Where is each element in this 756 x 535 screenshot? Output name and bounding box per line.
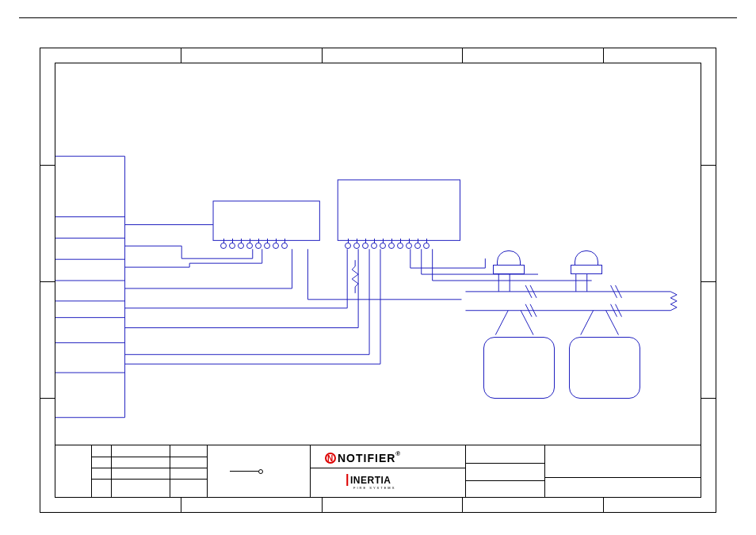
drawing-outer-frame: NNOTIFIER® |INERTIA FIRE SYSTEMS bbox=[40, 48, 716, 513]
title-block-margin bbox=[55, 445, 92, 497]
terminal bbox=[353, 243, 360, 249]
company-logo-cell: NNOTIFIER® |INERTIA FIRE SYSTEMS bbox=[311, 445, 466, 497]
terminal bbox=[345, 243, 351, 249]
frame-tick bbox=[40, 398, 55, 399]
svg-rect-8 bbox=[213, 201, 319, 241]
frame-tick bbox=[701, 398, 716, 399]
terminal bbox=[264, 243, 270, 249]
frame-tick bbox=[322, 498, 323, 512]
notifier-logo: NNOTIFIER® bbox=[325, 450, 401, 464]
frame-tick bbox=[462, 48, 463, 63]
terminal bbox=[380, 243, 386, 249]
strobe-device bbox=[571, 250, 601, 276]
terminal bbox=[281, 243, 288, 249]
strobe-device bbox=[493, 250, 523, 276]
terminal bbox=[388, 243, 395, 249]
frame-tick bbox=[181, 48, 181, 63]
terminal bbox=[423, 243, 430, 249]
notifier-mark-icon: N bbox=[325, 453, 336, 464]
terminal bbox=[246, 243, 253, 249]
terminal bbox=[255, 243, 262, 249]
terminal bbox=[362, 243, 368, 249]
terminal bbox=[273, 243, 279, 249]
frame-tick bbox=[462, 498, 463, 512]
page-header-rule bbox=[19, 17, 737, 18]
inertia-logo: |INERTIA FIRE SYSTEMS bbox=[346, 472, 395, 490]
drawing-info-cell bbox=[466, 445, 545, 497]
frame-tick bbox=[701, 281, 716, 282]
frame-tick bbox=[603, 48, 604, 63]
terminal bbox=[414, 243, 421, 249]
drawing-number-cell bbox=[545, 445, 701, 497]
north-arrow-icon bbox=[258, 469, 263, 474]
terminal bbox=[238, 243, 244, 249]
module-b-terminals bbox=[345, 243, 430, 249]
detector-device bbox=[483, 337, 555, 399]
terminal bbox=[406, 243, 412, 249]
scale-north-cell bbox=[208, 445, 311, 497]
frame-tick bbox=[701, 165, 716, 166]
terminal bbox=[229, 243, 235, 249]
terminal bbox=[371, 243, 377, 249]
drawing-inner-frame: NNOTIFIER® |INERTIA FIRE SYSTEMS bbox=[55, 63, 701, 498]
frame-tick bbox=[40, 281, 55, 282]
svg-rect-9 bbox=[338, 180, 460, 240]
wiring-diagram bbox=[55, 63, 701, 497]
title-block: NNOTIFIER® |INERTIA FIRE SYSTEMS bbox=[55, 445, 701, 497]
terminal bbox=[220, 243, 227, 249]
frame-tick bbox=[40, 165, 55, 166]
module-a-terminals bbox=[220, 243, 288, 249]
frame-tick bbox=[603, 498, 604, 512]
terminal bbox=[397, 243, 403, 249]
revision-table bbox=[92, 445, 208, 497]
frame-tick bbox=[322, 48, 323, 63]
frame-tick bbox=[181, 498, 181, 512]
detector-device bbox=[569, 337, 640, 399]
